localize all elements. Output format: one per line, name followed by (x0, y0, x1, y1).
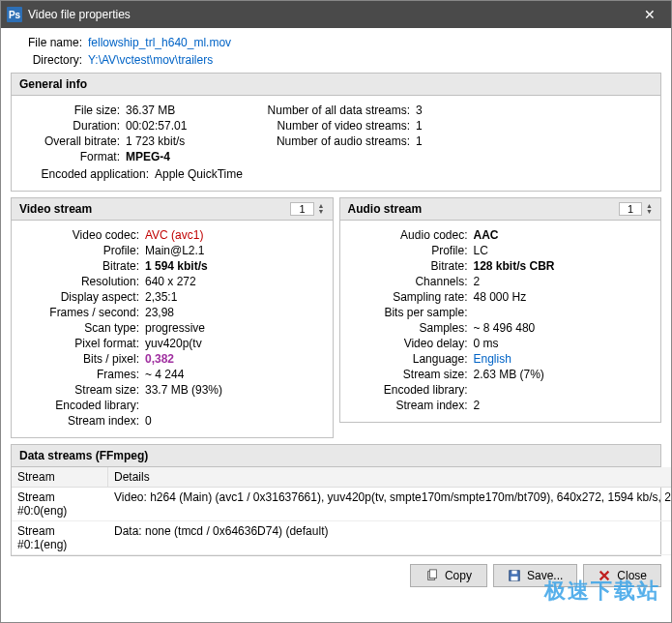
naudio-label: Number of audio streams: (232, 134, 416, 148)
video-panel: Video codec:AVC (avc1) Profile:Main@L2.1… (11, 221, 334, 438)
vcodec-value: AVC (avc1) (145, 228, 325, 242)
adelay-value: 0 ms (474, 337, 654, 350)
vpix-label: Pixel format: (19, 337, 145, 350)
vbpp-value: 0,382 (145, 352, 325, 366)
details-cell: Data: none (tmcd / 0x64636D74) (default) (108, 521, 672, 554)
encapp-value: Apple QuickTime (155, 167, 653, 181)
vbitrate-label: Bitrate: (19, 259, 145, 273)
achannels-value: 2 (474, 275, 654, 288)
video-stream-index: 1 (290, 202, 313, 216)
audio-stream-spinner[interactable]: 1 ▲▼ (619, 202, 653, 216)
abps-value (474, 306, 654, 319)
filename-link[interactable]: fellowship_trl_h640_ml.mov (88, 36, 231, 49)
venclib-value (145, 399, 325, 412)
col-stream-header[interactable]: Stream (12, 467, 108, 487)
file-size-label: File size: (19, 104, 126, 117)
asize-label: Stream size: (348, 368, 474, 381)
nstreams-label: Number of all data streams: (232, 104, 416, 117)
nstreams-value: 3 (416, 104, 653, 117)
directory-row: Directory: Y:\AV\vctest\mov\trailers (11, 53, 661, 67)
achannels-label: Channels: (348, 275, 474, 288)
vsize-label: Stream size: (19, 383, 145, 397)
vindex-label: Stream index: (19, 414, 145, 428)
vprofile-value: Main@L2.1 (145, 244, 325, 257)
details-cell: Video: h264 (Main) (avc1 / 0x31637661), … (108, 488, 672, 520)
nvideo-value: 1 (416, 119, 653, 133)
aenclib-value (474, 383, 654, 397)
video-stream-spinner[interactable]: 1 ▲▼ (290, 202, 324, 216)
chevron-down-icon[interactable]: ▼ (318, 209, 325, 215)
aenclib-label: Encoded library: (348, 383, 474, 397)
save-button[interactable]: Save... (493, 564, 577, 587)
vframes-label: Frames: (19, 368, 145, 381)
close-button-label: Close (617, 569, 647, 582)
titlebar: Ps Video file properties ✕ (1, 1, 671, 28)
vframes-value: ~ 4 244 (145, 368, 325, 381)
aindex-value: 2 (474, 399, 654, 412)
abitrate-label: Bitrate: (348, 259, 474, 273)
close-icon[interactable]: ✕ (628, 1, 671, 28)
directory-link[interactable]: Y:\AV\vctest\mov\trailers (88, 53, 213, 67)
audio-panel: Audio codec:AAC Profile:LC Bitrate:128 k… (339, 221, 662, 423)
encapp-label: Encoded application: (19, 167, 155, 181)
vcodec-label: Video codec: (19, 228, 145, 242)
general-header-text: General info (19, 77, 653, 91)
alang-value[interactable]: English (474, 352, 654, 366)
file-size-value: 36.37 MB (126, 104, 232, 117)
asamples-label: Samples: (348, 321, 474, 335)
vres-value: 640 x 272 (145, 275, 325, 288)
aindex-label: Stream index: (348, 399, 474, 412)
button-bar: Copy Save... Close (1, 556, 671, 595)
vres-label: Resolution: (19, 275, 145, 288)
format-label: Format: (19, 150, 126, 163)
vbitrate-value: 1 594 kbit/s (145, 259, 325, 273)
save-icon (508, 569, 521, 582)
general-header: General info (11, 73, 661, 96)
arate-value: 48 000 Hz (474, 290, 654, 304)
svg-rect-4 (511, 577, 517, 580)
svg-rect-3 (511, 571, 516, 575)
datastreams-table: Stream Details Stream #0:0(eng) Video: h… (11, 467, 661, 556)
vprofile-label: Profile: (19, 244, 145, 257)
vaspect-value: 2,35:1 (145, 290, 325, 304)
directory-label: Directory: (11, 53, 88, 67)
copy-button[interactable]: Copy (410, 564, 487, 587)
window-title: Video file properties (28, 8, 628, 21)
table-row[interactable]: Stream #0:1(eng) Data: none (tmcd / 0x64… (12, 521, 672, 555)
naudio-value: 1 (416, 134, 653, 148)
aprofile-label: Profile: (348, 244, 474, 257)
duration-value: 00:02:57.01 (126, 119, 232, 133)
table-row[interactable]: Stream #0:0(eng) Video: h264 (Main) (avc… (12, 488, 672, 521)
chevron-down-icon[interactable]: ▼ (646, 209, 653, 215)
vscan-value: progressive (145, 321, 325, 335)
vsize-value: 33.7 MB (93%) (145, 383, 325, 397)
overall-bitrate-label: Overall bitrate: (19, 134, 126, 148)
save-button-label: Save... (527, 569, 563, 582)
vfps-value: 23,98 (145, 306, 325, 319)
vfps-label: Frames / second: (19, 306, 145, 319)
venclib-label: Encoded library: (19, 399, 145, 412)
general-panel: File size:36.37 MB Duration:00:02:57.01 … (11, 96, 661, 192)
acodec-label: Audio codec: (348, 228, 474, 242)
aprofile-value: LC (474, 244, 654, 257)
video-header-text: Video stream (19, 202, 290, 216)
col-details-header[interactable]: Details (108, 467, 672, 487)
video-header: Video stream 1 ▲▼ (11, 197, 334, 221)
duration-label: Duration: (19, 119, 126, 133)
close-icon (598, 569, 611, 582)
stream-cell: Stream #0:1(eng) (12, 521, 108, 554)
audio-header: Audio stream 1 ▲▼ (339, 197, 662, 221)
acodec-value: AAC (474, 228, 654, 242)
filename-label: File name: (11, 36, 88, 49)
vpix-value: yuv420p(tv (145, 337, 325, 350)
vaspect-label: Display aspect: (19, 290, 145, 304)
adelay-label: Video delay: (348, 337, 474, 350)
alang-label: Language: (348, 352, 474, 366)
audio-stream-index: 1 (619, 202, 642, 216)
app-icon: Ps (7, 7, 22, 22)
nvideo-label: Number of video streams: (232, 119, 416, 133)
close-button[interactable]: Close (583, 564, 661, 587)
datastreams-header: Data streams (FFmpeg) (11, 444, 661, 467)
svg-rect-1 (429, 570, 436, 578)
vscan-label: Scan type: (19, 321, 145, 335)
